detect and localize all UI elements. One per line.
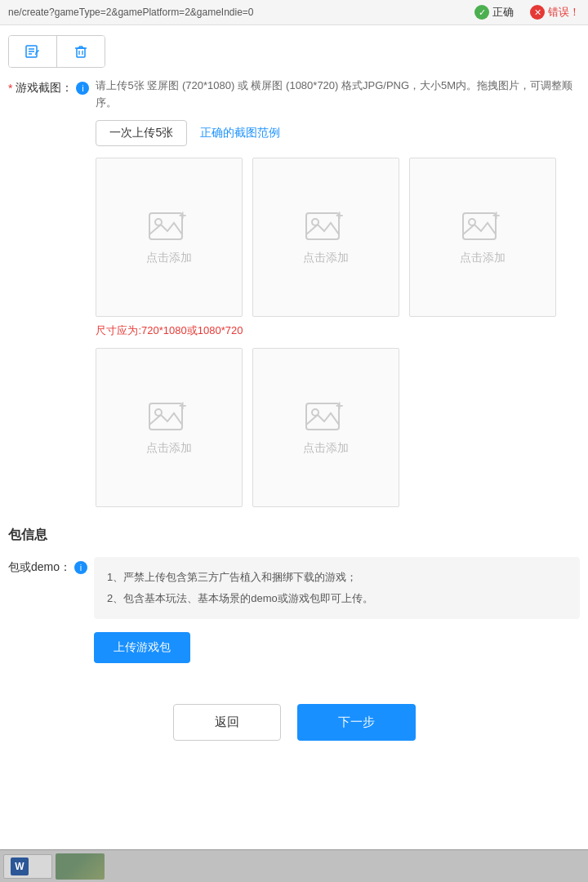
taskbar: W [0, 849, 588, 882]
svg-line-5 [35, 54, 36, 55]
check-icon: ✓ [474, 5, 489, 20]
screenshot-slot-3[interactable]: + 点击添加 [409, 158, 556, 317]
screenshot-slot-4[interactable]: + 点击添加 [96, 348, 243, 507]
top-bar: ne/create?gameType=2&gamePlatform=2&game… [0, 0, 588, 25]
x-icon: ✕ [530, 5, 545, 20]
status-ok: ✓ 正确 [474, 5, 514, 20]
screenshot-slot-3-label: 点击添加 [460, 251, 506, 265]
screenshot-slot-2-label: 点击添加 [303, 251, 349, 265]
package-field-content: 1、严禁上传包含第三方广告植入和捆绑下载的游戏； 2、包含基本玩法、基本场景的d… [87, 557, 580, 663]
taskbar-thumb-inner [56, 853, 105, 880]
screenshot-grid-top: + 点击添加 + 点击添加 [96, 158, 580, 317]
svg-text:+: + [336, 399, 343, 412]
svg-text:+: + [492, 208, 500, 222]
screenshot-slot-5-label: 点击添加 [303, 441, 349, 456]
screenshot-slot-1-label: 点击添加 [146, 251, 192, 265]
next-button[interactable]: 下一步 [297, 704, 416, 741]
package-note-1: 1、严禁上传包含第三方广告植入和捆绑下载的游戏； [107, 567, 567, 588]
word-icon: W [11, 858, 29, 875]
url-bar: ne/create?gameType=2&gamePlatform=2&game… [8, 7, 254, 18]
status-error-label: 错误！ [548, 5, 580, 20]
delete-button[interactable] [57, 36, 105, 67]
screenshot-label: * 游戏截图： i [8, 78, 89, 96]
edit-button[interactable] [9, 36, 57, 67]
svg-text:+: + [179, 208, 186, 222]
screenshot-slot-5[interactable]: + 点击添加 [252, 348, 399, 507]
screenshot-hint: 请上传5张 竖屏图 (588*882) 或 横屏图 (882*588) 格式… [96, 78, 580, 112]
taskbar-thumbnail[interactable] [56, 853, 105, 880]
status-error: ✕ 错误！ [530, 5, 580, 20]
upload-package-button[interactable]: 上传游戏包 [94, 632, 190, 663]
upload-batch-button[interactable]: 一次上传5张 [96, 120, 187, 146]
status-ok-label: 正确 [492, 5, 514, 20]
status-area: ✓ 正确 ✕ 错误！ [474, 5, 580, 20]
screenshot-slot-1[interactable]: + 点击添加 [96, 158, 243, 317]
package-label: 包或demo： i [8, 557, 87, 575]
screenshot-slot-2[interactable]: + 点击添加 [252, 158, 399, 317]
package-info-icon[interactable]: i [74, 561, 87, 574]
back-button[interactable]: 返回 [173, 704, 281, 741]
package-notes: 1、严禁上传包含第三方广告植入和捆绑下载的游戏； 2、包含基本玩法、基本场景的d… [94, 557, 580, 619]
screenshot-field-row: * 游戏截图： i 请上传5张 竖屏图 (588*882) 或 横屏图 (10… [8, 78, 580, 507]
upload-btn-row: 一次上传5张 正确的截图范例 [96, 120, 580, 146]
example-link[interactable]: 正确的截图范例 [200, 126, 280, 140]
svg-rect-6 [77, 48, 85, 57]
screenshot-label-text: 游戏截图： [16, 81, 73, 96]
screenshot-grid-bottom: + 点击添加 + 点击添加 [96, 348, 580, 507]
size-hint: 尺寸应为:720*1080或1080*720 [96, 323, 580, 338]
svg-text:+: + [336, 208, 343, 222]
svg-text:+: + [179, 399, 186, 412]
required-star: * [8, 82, 12, 95]
edit-toolbar [8, 35, 105, 68]
screenshot-info-icon[interactable]: i [76, 82, 89, 95]
main-content: * 游戏截图： i 请上传5张 竖屏图 (588*882) 或 横屏图 (10… [0, 78, 588, 741]
screenshot-slot-4-label: 点击添加 [146, 441, 192, 456]
package-note-2: 2、包含基本玩法、基本场景的demo或游戏包即可上传。 [107, 588, 567, 609]
package-section-title: 包信息 [8, 527, 580, 544]
package-field-row: 包或demo： i 1、严禁上传包含第三方广告植入和捆绑下载的游戏； 2、包含基… [8, 557, 580, 663]
taskbar-word-item[interactable]: W [3, 854, 52, 879]
package-label-text: 包或demo： [8, 560, 71, 575]
screenshot-field-content: 请上传5张 竖屏图 (588*882) 或 横屏图 (882*588) 格式… [89, 78, 580, 507]
bottom-buttons: 返回 下一步 [8, 704, 580, 741]
